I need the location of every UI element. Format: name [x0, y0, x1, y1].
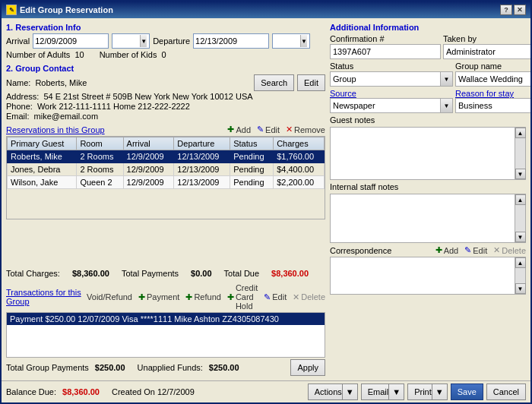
group-name-input[interactable] [455, 71, 530, 87]
reservation-info-section: 1. Reservation Info Arrival ▼ Departure … [6, 23, 325, 61]
correspondence-label: Correspondence [330, 246, 391, 255]
reason-label[interactable]: Reason for stay [455, 89, 530, 98]
list-item[interactable]: Payment $250.00 12/07/2009 Visa ****1111… [7, 313, 325, 325]
actions-button[interactable]: Actions [308, 383, 343, 400]
payment-button[interactable]: ✚ Payment [138, 292, 179, 302]
status-input[interactable] [331, 72, 440, 86]
arrival-combo[interactable]: ▼ [33, 33, 109, 49]
source-input[interactable] [331, 99, 440, 112]
apply-button[interactable]: Apply [290, 359, 325, 376]
adults-label: Number of Adults [6, 50, 70, 59]
confirmation-input[interactable] [330, 44, 441, 59]
cell-charges: $1,760.00 [274, 150, 325, 163]
table-row[interactable]: Roberts, Mike 2 Rooms 12/9/2009 12/13/20… [8, 150, 325, 163]
email-button[interactable]: Email [361, 383, 390, 400]
reason-field: Reason for stay ▼ [455, 89, 530, 113]
edit-transaction-button[interactable]: ✎ Edit [264, 292, 287, 302]
departure-input[interactable] [195, 36, 300, 46]
email-dropdown-btn[interactable]: ▼ [389, 383, 404, 400]
save-button[interactable]: Save [451, 383, 483, 400]
actions-dropdown-btn[interactable]: ▼ [343, 383, 358, 400]
taken-by-combo[interactable]: ▼ [443, 44, 530, 59]
source-combo[interactable]: ▼ [330, 98, 453, 113]
reason-input[interactable] [456, 99, 530, 112]
reservations-title[interactable]: Reservations in this Group [6, 125, 105, 134]
window-icon: ✎ [6, 5, 17, 15]
scroll-up-btn[interactable]: ▲ [515, 128, 526, 138]
corr-add-button[interactable]: ✚ Add [435, 245, 459, 255]
scroll-down-btn[interactable]: ▼ [515, 169, 526, 179]
adults-value: 10 [74, 50, 84, 59]
scroll-down-btn[interactable]: ▼ [515, 283, 526, 294]
bottom-bar: Balance Due: $8,360.00 Created On 12/7/2… [2, 380, 530, 402]
corr-edit-icon: ✎ [464, 245, 471, 255]
cell-room: 2 Rooms [77, 163, 123, 176]
search-button[interactable]: Search [254, 74, 294, 91]
corr-add-icon: ✚ [435, 245, 442, 255]
credit-card-hold-button[interactable]: ✚ Credit Card Hold [227, 283, 258, 311]
table-row[interactable]: Jones, Debra 2 Rooms 12/9/2009 12/13/200… [8, 163, 325, 176]
col-guest: Primary Guest [8, 137, 77, 150]
add-reservation-button[interactable]: ✚ Add [227, 125, 251, 134]
internal-notes-scrollbar[interactable]: ▲ ▼ [515, 194, 525, 242]
phone-row: Phone: Work 212-111-1111 Home 212-222-22… [6, 102, 325, 111]
remove-reservation-button[interactable]: ✕ Remove [286, 125, 325, 134]
taken-by-input[interactable] [444, 45, 530, 58]
confirmation-label: Confirmation # [330, 34, 441, 43]
titlebar: ✎ Edit Group Reservation ? ✕ [2, 2, 530, 18]
transactions-title[interactable]: Transactions for this Group [6, 288, 87, 306]
internal-notes-textarea[interactable] [331, 194, 515, 242]
reason-combo[interactable]: ▼ [455, 98, 530, 113]
phone-value: Work 212-111-1111 Home 212-222-2222 [37, 102, 190, 111]
email-combo-wrapper: Email ▼ [361, 383, 404, 400]
status-dropdown-btn[interactable]: ▼ [440, 72, 452, 86]
scroll-down-btn[interactable]: ▼ [515, 232, 526, 242]
departure-dropdown-btn[interactable]: ▼ [300, 35, 307, 47]
kids-value: 0 [161, 50, 166, 59]
edit-contact-button[interactable]: Edit [297, 74, 325, 91]
help-button[interactable]: ? [500, 5, 512, 15]
res-toolbar: ✚ Add ✎ Edit ✕ Remove [227, 125, 325, 134]
adults-row: Number of Adults 10 Number of Kids 0 [6, 50, 325, 59]
arrival-dropdown-btn[interactable]: ▼ [140, 35, 147, 47]
scroll-up-btn[interactable]: ▲ [515, 194, 526, 205]
guest-notes-label: Guest notes [330, 115, 526, 125]
source-dropdown-btn[interactable]: ▼ [440, 99, 452, 112]
corr-scrollbar[interactable]: ▲ ▼ [515, 257, 525, 294]
cell-guest: Wilson, Jake [8, 176, 77, 189]
totals-row: Total Charges: $8,360.00 Total Payments … [6, 267, 325, 280]
transactions-list: Payment $250.00 12/07/2009 Visa ****1111… [6, 312, 325, 358]
source-label[interactable]: Source [330, 89, 453, 98]
corr-edit-button[interactable]: ✎ Edit [464, 245, 487, 255]
arrival-input[interactable] [35, 36, 140, 46]
reservations-table-wrapper: Primary Guest Room Arrival Departure Sta… [6, 136, 325, 219]
void-refund-button[interactable]: Void/Refund [87, 292, 132, 301]
titlebar-buttons: ? ✕ [500, 5, 526, 15]
delete-transaction-button[interactable]: ✕ Delete [293, 292, 325, 302]
departure-combo[interactable]: ▼ [193, 33, 269, 49]
email-row: Email: mike@email.com [6, 112, 325, 121]
guest-notes-textarea[interactable] [331, 128, 515, 179]
edit-reservation-button[interactable]: ✎ Edit [257, 125, 280, 134]
guest-notes-scrollbar[interactable]: ▲ ▼ [515, 128, 525, 179]
total-charges-value: $8,360.00 [72, 269, 109, 278]
status-field: Status ▼ [330, 62, 453, 87]
print-dropdown-btn[interactable]: ▼ [432, 383, 448, 400]
corr-delete-button[interactable]: ✕ Delete [493, 245, 526, 255]
col-arrival: Arrival [123, 137, 174, 150]
internal-notes-label: Internal staff notes [330, 182, 526, 191]
created-on-label: Created On 12/7/2009 [112, 387, 195, 396]
cell-guest: Jones, Debra [8, 163, 77, 176]
left-panel: 1. Reservation Info Arrival ▼ Departure … [6, 23, 325, 376]
print-button[interactable]: Print [407, 383, 432, 400]
corr-buttons: ✚ Add ✎ Edit ✕ Delete [435, 245, 526, 255]
table-row[interactable]: Wilson, Jake Queen 2 12/9/2009 12/13/200… [8, 176, 325, 189]
edit-label: Edit [265, 125, 280, 134]
close-button[interactable]: ✕ [514, 5, 526, 15]
scroll-up-btn[interactable]: ▲ [515, 257, 526, 268]
payments-totals: Total Group Payments $250.00 Unapplied F… [6, 359, 325, 376]
refund-button[interactable]: ✚ Refund [185, 292, 220, 302]
cancel-button[interactable]: Cancel [486, 383, 526, 400]
cell-departure: 12/13/2009 [174, 150, 230, 163]
status-combo[interactable]: ▼ [330, 71, 453, 87]
